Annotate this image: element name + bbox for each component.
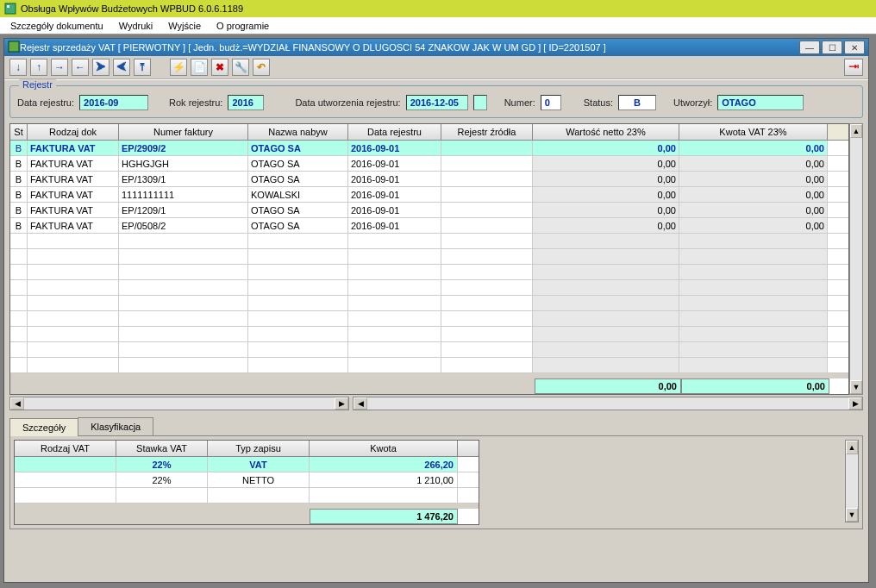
col-netto[interactable]: Wartość netto 23% [533, 124, 679, 140]
detail-grid[interactable]: Rodzaj VAT Stawka VAT Typ zapisu Kwota 2… [14, 440, 479, 525]
grid-vscroll[interactable]: ▲ ▼ [849, 123, 863, 395]
col-nazwa[interactable]: Nazwa nabyw [248, 124, 348, 140]
main-grid-wrap: St Rodzaj dok Numer faktury Nazwa nabyw … [9, 123, 863, 395]
status-label: Status: [584, 97, 613, 108]
action-undo-icon[interactable]: ↶ [253, 59, 270, 76]
col-st[interactable]: St [10, 124, 28, 140]
rok-field[interactable]: 2016 [228, 95, 264, 110]
hscroll-left-l-icon[interactable]: ◀ [10, 397, 24, 410]
mdi-title: Rejestr sprzedaży VAT [ PIERWOTNY ] [ Je… [20, 42, 799, 53]
maximize-button[interactable]: ☐ [822, 41, 842, 54]
table-row[interactable] [10, 280, 848, 296]
app-icon [3, 2, 17, 16]
scroll-up-icon[interactable]: ▲ [850, 124, 862, 138]
dcol-kwota[interactable]: Kwota [310, 441, 458, 456]
menu-szczegoly[interactable]: Szczegóły dokumentu [3, 19, 110, 33]
table-row[interactable]: BFAKTURA VATHGHGJGHOTAGO SA2016-09-010,0… [10, 156, 848, 172]
tab-szczegoly[interactable]: Szczegóły [9, 418, 78, 436]
action-doc-icon[interactable]: 📄 [191, 59, 208, 76]
hscroll-right-r-icon[interactable]: ▶ [848, 397, 862, 410]
action-tool-icon[interactable]: 🔧 [232, 59, 249, 76]
table-row[interactable]: BFAKTURA VATEP/1209/1OTAGO SA2016-09-010… [10, 203, 848, 218]
utworzyl-field[interactable]: OTAGO [717, 95, 804, 110]
nav-right-icon[interactable]: → [51, 59, 68, 76]
nav-last-icon[interactable]: ⮞ [92, 59, 110, 76]
detail-total: 1 476,20 [310, 509, 458, 524]
detail-row[interactable]: 22%NETTO1 210,00 [15, 472, 479, 488]
detail-total-row: 1 476,20 [15, 509, 479, 524]
nav-left-icon[interactable]: ← [72, 59, 89, 76]
col-vat[interactable]: Kwota VAT 23% [679, 124, 828, 140]
detail-header: Rodzaj VAT Stawka VAT Typ zapisu Kwota [15, 441, 479, 457]
exit-icon[interactable]: ⭲ [844, 59, 863, 76]
register-legend: Rejestr [19, 79, 56, 90]
rok-label: Rok rejestru: [169, 97, 222, 108]
dscroll-down-icon[interactable]: ▼ [846, 508, 858, 522]
utworz-extra[interactable] [473, 95, 487, 110]
mdi-window: Rejestr sprzedaży VAT [ PIERWOTNY ] [ Je… [3, 38, 869, 583]
table-row[interactable] [10, 265, 848, 280]
nav-up-icon[interactable]: ↑ [30, 59, 47, 76]
table-row[interactable] [10, 249, 848, 265]
menu-wyjscie[interactable]: Wyjście [161, 19, 208, 33]
mdi-area: Rejestr sprzedaży VAT [ PIERWOTNY ] [ Je… [0, 34, 876, 588]
col-numer[interactable]: Numer faktury [119, 124, 248, 140]
tab-panel: Rodzaj VAT Stawka VAT Typ zapisu Kwota 2… [9, 435, 863, 529]
numer-label: Numer: [504, 97, 535, 108]
nav-down-icon[interactable]: ↓ [9, 59, 27, 76]
hscroll-left[interactable]: ◀▶ [9, 397, 349, 410]
close-button[interactable]: ✕ [844, 41, 865, 54]
main-titlebar: Obsługa Wpływów Budżetowych WPBUD 6.0.6.… [0, 0, 876, 17]
tab-klasyfikacja[interactable]: Klasyfikacja [78, 417, 153, 435]
nav-top-icon[interactable]: ⤒ [134, 59, 151, 76]
menubar: Szczegóły dokumentu Wydruki Wyjście O pr… [0, 17, 876, 34]
table-row[interactable]: BFAKTURA VATEP/2909/2OTAGO SA2016-09-010… [10, 141, 848, 156]
col-rodzaj[interactable]: Rodzaj dok [28, 124, 119, 140]
main-grid[interactable]: St Rodzaj dok Numer faktury Nazwa nabyw … [9, 123, 849, 395]
totals-row: 0,00 0,00 [10, 378, 848, 394]
total-netto: 0,00 [535, 378, 681, 394]
minimize-button[interactable]: ― [799, 41, 820, 54]
status-field[interactable]: B [618, 95, 656, 110]
action-delete-icon[interactable]: ✖ [211, 59, 228, 76]
data-rejestru-field[interactable]: 2016-09 [79, 95, 148, 110]
mdi-titlebar: Rejestr sprzedaży VAT [ PIERWOTNY ] [ Je… [4, 39, 868, 56]
table-row[interactable] [10, 311, 848, 327]
table-row[interactable] [10, 296, 848, 311]
menu-wydruki[interactable]: Wydruki [112, 19, 160, 33]
svg-rect-2 [9, 41, 19, 52]
detail-row[interactable]: 22%VAT266,20 [15, 457, 479, 472]
nav-first-icon[interactable]: ⮜ [113, 59, 130, 76]
table-row[interactable] [10, 234, 848, 249]
table-row[interactable]: BFAKTURA VAT1111111111KOWALSKI2016-09-01… [10, 187, 848, 203]
scroll-down-icon[interactable]: ▼ [850, 380, 862, 394]
mdi-icon [8, 41, 20, 54]
utworz-field[interactable]: 2016-12-05 [406, 95, 468, 110]
table-row[interactable] [10, 342, 848, 358]
svg-rect-0 [5, 3, 16, 14]
data-rejestru-label: Data rejestru: [17, 97, 74, 108]
grid-header: St Rodzaj dok Numer faktury Nazwa nabyw … [10, 124, 848, 141]
dcol-typ[interactable]: Typ zapisu [208, 441, 310, 456]
dcol-stawka[interactable]: Stawka VAT [116, 441, 208, 456]
utworz-label: Data utworzenia rejestru: [295, 97, 400, 108]
table-row[interactable]: BFAKTURA VATEP/1309/1OTAGO SA2016-09-010… [10, 172, 848, 187]
utworzyl-label: Utworzył: [673, 97, 712, 108]
col-zrodlo[interactable]: Rejestr źródła [441, 124, 533, 140]
table-row[interactable] [10, 327, 848, 342]
hscroll-left-r-icon[interactable]: ▶ [335, 397, 348, 410]
col-datar[interactable]: Data rejestru [348, 124, 441, 140]
hscroll-right-l-icon[interactable]: ◀ [354, 397, 367, 410]
detail-vscroll[interactable]: ▲ ▼ [845, 440, 859, 522]
table-row[interactable] [10, 358, 848, 373]
menu-oprogramie[interactable]: O programie [210, 19, 276, 33]
dscroll-up-icon[interactable]: ▲ [846, 441, 858, 454]
table-row[interactable]: BFAKTURA VATEP/0508/2OTAGO SA2016-09-010… [10, 218, 848, 234]
numer-field[interactable]: 0 [541, 95, 561, 110]
hscroll-right[interactable]: ◀▶ [353, 397, 863, 410]
main-title: Obsługa Wpływów Budżetowych WPBUD 6.0.6.… [21, 3, 243, 14]
dcol-rodzaj[interactable]: Rodzaj VAT [15, 441, 116, 456]
action-lightning-icon[interactable]: ⚡ [170, 59, 187, 76]
detail-row[interactable] [15, 488, 479, 504]
toolbar: ↓ ↑ → ← ⮞ ⮜ ⤒ ⚡ 📄 ✖ 🔧 ↶ ⭲ [4, 56, 868, 80]
